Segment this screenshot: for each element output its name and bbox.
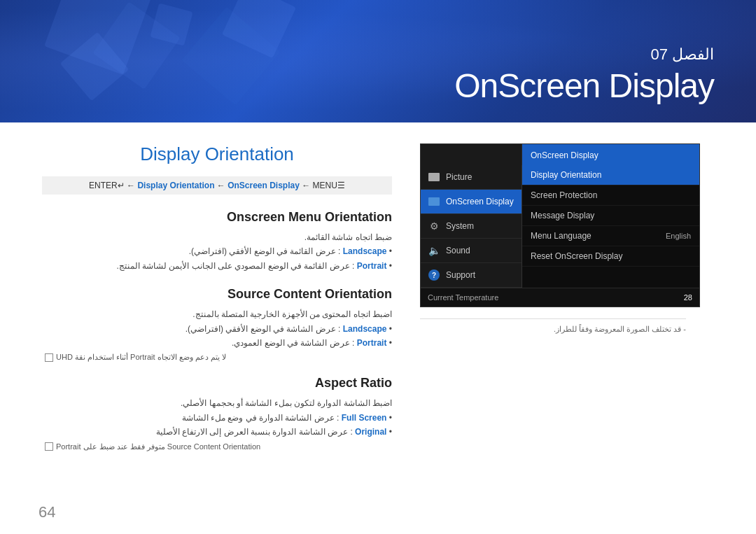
- menu-item-system[interactable]: ⚙ System: [421, 214, 522, 239]
- arrow-2: ←: [217, 181, 227, 190]
- main-content: Display Orientation ENTER↵ ← Display Ori…: [0, 122, 756, 506]
- menu-right-reset-onscreen[interactable]: Reset OnScreen Display: [522, 246, 699, 267]
- portrait-desc-1: : عرض القائمة في الوضع المصودي على الجان…: [116, 261, 354, 271]
- breadcrumb-link-2: OnScreen Display: [227, 181, 300, 190]
- menu-item-onscreen[interactable]: OnScreen Display: [421, 190, 522, 214]
- enter-label: ENTER↵: [89, 181, 125, 190]
- menu-right-menu-language[interactable]: Menu Language English: [522, 226, 699, 246]
- menu-language-value: English: [666, 232, 691, 240]
- picture-label: Picture: [446, 172, 472, 182]
- screen-protection-label: Screen Protection: [531, 190, 597, 200]
- landscape-label-2: Landscape: [343, 324, 387, 334]
- menu-language-label: Menu Language: [531, 231, 592, 241]
- page-number: 64: [38, 503, 55, 521]
- menu-header-label: OnScreen Display: [531, 150, 598, 160]
- menu-label: MENU☰: [313, 181, 345, 190]
- left-content: Display Orientation ENTER↵ ← Display Ori…: [42, 143, 392, 492]
- aspect-note-text: Source Content Orientation متوفر فقط عند…: [56, 442, 260, 451]
- picture-icon: [428, 171, 440, 183]
- onscreen-menu-heading: Onscreen Menu Orientation: [42, 210, 392, 225]
- onscreen-icon: [428, 195, 440, 208]
- temp-label: Current Temperature: [428, 293, 678, 302]
- display-orientation-label: Display Orientation: [531, 170, 601, 180]
- support-label: Support: [446, 270, 475, 280]
- menu-right-panel: Display Orientation Screen Protection Me…: [522, 165, 699, 288]
- sound-icon: 🔈: [428, 244, 440, 257]
- section-title: Display Orientation: [42, 143, 392, 165]
- menu-right-message-display[interactable]: Message Display: [522, 206, 699, 226]
- aspect-ratio-desc: اضبط الشاشة الدوارة لتكون بملء الشاشة أو…: [42, 396, 392, 439]
- onscreen-menu-desc: ضبط اتجاه شاشة القائمة. • Landscape : عر…: [42, 230, 392, 273]
- menu-item-sound[interactable]: 🔈 Sound: [421, 239, 522, 263]
- source-note: لا يتم دعم وضع الاتجاه Portrait أثناء اس…: [42, 353, 392, 362]
- onscreen-label: OnScreen Display: [446, 197, 514, 206]
- menu-right-screen-protection[interactable]: Screen Protection: [522, 185, 699, 206]
- menu-item-picture[interactable]: Picture: [421, 165, 522, 190]
- footnote-text: - قد تختلف الصورة المعروضة وفقاً للطراز.: [420, 325, 686, 334]
- chapter-label: الفصل 07: [454, 45, 714, 64]
- landscape-label-1: Landscape: [343, 246, 387, 256]
- menu-item-support[interactable]: ? Support: [421, 263, 522, 288]
- note-box-2: [45, 442, 53, 451]
- menu-container: OnScreen Display Picture: [420, 143, 700, 307]
- sound-label: Sound: [446, 246, 470, 255]
- menu-bottom-bar: Current Temperature 28: [421, 288, 699, 307]
- portrait-label-1: Portrait: [357, 261, 387, 271]
- arrow-1: ←: [127, 181, 137, 190]
- fullscreen-desc: : عرض الشاشة الدوارة في وضع ملء الشاشة: [182, 413, 340, 423]
- aspect-note: Source Content Orientation متوفر فقط عند…: [42, 442, 392, 451]
- footnote-area: - قد تختلف الصورة المعروضة وفقاً للطراز.: [420, 318, 686, 334]
- landscape-desc-1: : عرض القائمة في الوضع الأفقي (افتراضي).: [189, 246, 341, 256]
- menu-right-display-orientation[interactable]: Display Orientation: [522, 165, 699, 185]
- landscape-desc-2: : عرض الشاشة في الوضع الأفقي (افتراضي).: [186, 324, 341, 334]
- arrow-3: ←: [302, 181, 312, 190]
- portrait-desc-2: : عرض الشاشة في الوضع العمودي.: [232, 338, 354, 348]
- menu-left-panel: Picture OnScreen Display ⚙ Sy: [421, 165, 522, 288]
- source-content-section: Source Content Orientation اضبط اتجاه ال…: [42, 287, 392, 362]
- portrait-label-2: Portrait: [357, 338, 387, 348]
- message-display-label: Message Display: [531, 211, 594, 220]
- original-label: Original: [355, 427, 386, 437]
- source-content-heading: Source Content Orientation: [42, 287, 392, 302]
- reset-onscreen-label: Reset OnScreen Display: [531, 251, 622, 261]
- header: الفصل 07 OnScreen Display: [0, 0, 756, 122]
- system-label: System: [446, 221, 474, 231]
- source-content-desc: اضبط اتجاه المحتوى من الأجهزة الخارجية ا…: [42, 307, 392, 350]
- header-text: الفصل 07 OnScreen Display: [454, 45, 714, 105]
- breadcrumb: ENTER↵ ← Display Orientation ← OnScreen …: [42, 176, 392, 195]
- aspect-ratio-heading: Aspect Ratio: [42, 376, 392, 391]
- fullscreen-label: Full Screen: [342, 413, 387, 423]
- right-content: OnScreen Display Picture: [420, 143, 714, 492]
- aspect-ratio-section: Aspect Ratio اضبط الشاشة الدوارة لتكون ب…: [42, 376, 392, 451]
- breadcrumb-link-1: Display Orientation: [137, 181, 214, 190]
- original-desc: : عرض الشاشة الدوارة بنسبة العرض إلى الا…: [156, 427, 353, 437]
- temp-value: 28: [684, 293, 692, 302]
- question-icon: ?: [428, 269, 440, 281]
- gear-icon: ⚙: [428, 220, 440, 232]
- menu-panels: Picture OnScreen Display ⚙ Sy: [421, 165, 699, 288]
- note-box-1: [45, 353, 53, 362]
- page-title: OnScreen Display: [454, 66, 714, 105]
- onscreen-menu-section: Onscreen Menu Orientation ضبط اتجاه شاشة…: [42, 210, 392, 273]
- footnote-divider: [420, 318, 686, 319]
